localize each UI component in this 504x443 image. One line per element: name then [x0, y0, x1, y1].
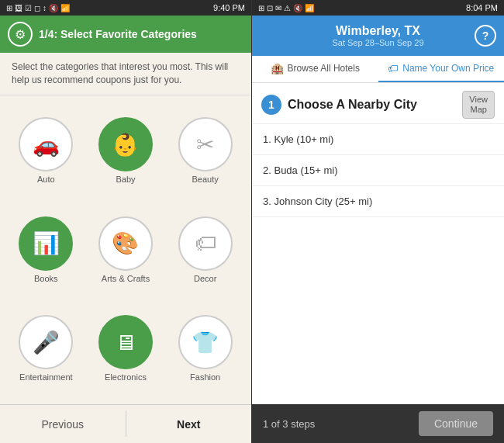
- view-map-button[interactable]: ViewMap: [462, 91, 495, 119]
- right-status-bar: ⊞⊡✉⚠🔇📶 8:04 PM: [252, 0, 504, 16]
- city-item-buda[interactable]: 2. Buda (15+ mi): [252, 155, 504, 186]
- left-status-bar: ⊞🖼☑◻↕🔇📶 9:40 PM: [0, 0, 251, 16]
- auto-icon: 🚗: [19, 117, 73, 171]
- right-status-icons: ⊞⊡✉⚠🔇📶: [258, 4, 314, 12]
- continue-button[interactable]: Continue: [419, 411, 493, 436]
- right-header: Wimberley, TX Sat Sep 28–Sun Sep 29 ?: [252, 16, 504, 56]
- main-content: 1 Choose A Nearby City ViewMap 1. Kyle (…: [252, 83, 504, 404]
- next-button[interactable]: Next: [126, 405, 252, 443]
- category-beauty[interactable]: ✂ Beauty: [167, 103, 243, 199]
- electronics-icon: 🖥: [98, 315, 153, 369]
- baby-icon: 👶: [98, 117, 153, 171]
- category-fashion[interactable]: 👕 Fashion: [167, 301, 243, 396]
- arts-label: Arts & Crafts: [102, 274, 150, 283]
- left-header-title: 1/4: Select Favorite Categories: [39, 28, 197, 40]
- tab-name-price[interactable]: 🏷 Name Your Own Price: [378, 56, 505, 82]
- tab-price-label: Name Your Own Price: [402, 63, 494, 74]
- left-header: ⚙ 1/4: Select Favorite Categories: [0, 16, 251, 53]
- tab-browse-hotels[interactable]: 🏨 Browse All Hotels: [252, 56, 378, 82]
- hotel-icon: 🏨: [271, 62, 284, 74]
- category-entertainment[interactable]: 🎤 Entertainment: [8, 301, 85, 396]
- city-item-kyle[interactable]: 1. Kyle (10+ mi): [252, 124, 504, 155]
- left-status-icons: ⊞🖼☑◻↕🔇📶: [6, 4, 70, 12]
- decor-label: Decor: [194, 274, 216, 283]
- price-tag-icon: 🏷: [388, 62, 399, 74]
- auto-label: Auto: [37, 175, 55, 184]
- books-icon: 📊: [19, 216, 73, 271]
- section-number: 1: [261, 95, 281, 115]
- bottom-nav: Previous Next: [0, 404, 251, 443]
- right-phone: ⊞⊡✉⚠🔇📶 8:04 PM Wimberley, TX Sat Sep 28–…: [252, 0, 504, 443]
- category-electronics[interactable]: 🖥 Electronics: [88, 301, 164, 396]
- category-books[interactable]: 📊 Books: [8, 202, 85, 297]
- category-decor[interactable]: 🏷 Decor: [167, 202, 243, 297]
- beauty-icon: ✂: [178, 117, 233, 171]
- category-arts[interactable]: 🎨 Arts & Crafts: [88, 202, 164, 297]
- baby-label: Baby: [116, 175, 135, 184]
- help-button[interactable]: ?: [475, 25, 496, 47]
- bottom-bar: 1 of 3 steps Continue: [252, 404, 504, 443]
- arts-icon: 🎨: [98, 216, 153, 271]
- entertainment-label: Entertainment: [19, 372, 72, 382]
- steps-text: 1 of 3 steps: [263, 418, 315, 430]
- date-range: Sat Sep 28–Sun Sep 29: [281, 38, 475, 47]
- fashion-icon: 👕: [178, 315, 233, 369]
- gear-icon: ⚙: [8, 22, 33, 47]
- city-item-johnson[interactable]: 3. Johnson City (25+ mi): [252, 186, 504, 217]
- tabs-bar: 🏨 Browse All Hotels 🏷 Name Your Own Pric…: [252, 56, 504, 83]
- city-name: Wimberley, TX: [281, 24, 475, 38]
- categories-subtitle: Select the categories that interest you …: [0, 53, 251, 95]
- categories-grid: 🚗 Auto 👶 Baby ✂ Beauty 📊 Books 🎨 Arts & …: [0, 95, 251, 404]
- decor-icon: 🏷: [178, 216, 233, 271]
- tab-browse-label: Browse All Hotels: [288, 63, 360, 74]
- previous-button[interactable]: Previous: [0, 405, 126, 443]
- fashion-label: Fashion: [190, 372, 220, 382]
- left-time: 9:40 PM: [213, 3, 245, 12]
- beauty-label: Beauty: [192, 175, 219, 184]
- books-label: Books: [34, 274, 58, 283]
- city-list: 1. Kyle (10+ mi) 2. Buda (15+ mi) 3. Joh…: [252, 124, 504, 217]
- right-time: 8:04 PM: [466, 3, 498, 12]
- entertainment-icon: 🎤: [19, 315, 73, 369]
- category-baby[interactable]: 👶 Baby: [88, 103, 164, 199]
- electronics-label: Electronics: [105, 372, 147, 382]
- section-title: Choose A Nearby City: [288, 98, 462, 112]
- section-header: 1 Choose A Nearby City ViewMap: [252, 83, 504, 124]
- left-phone: ⊞🖼☑◻↕🔇📶 9:40 PM ⚙ 1/4: Select Favorite C…: [0, 0, 252, 443]
- location-info: Wimberley, TX Sat Sep 28–Sun Sep 29: [281, 24, 475, 47]
- category-auto[interactable]: 🚗 Auto: [8, 103, 85, 199]
